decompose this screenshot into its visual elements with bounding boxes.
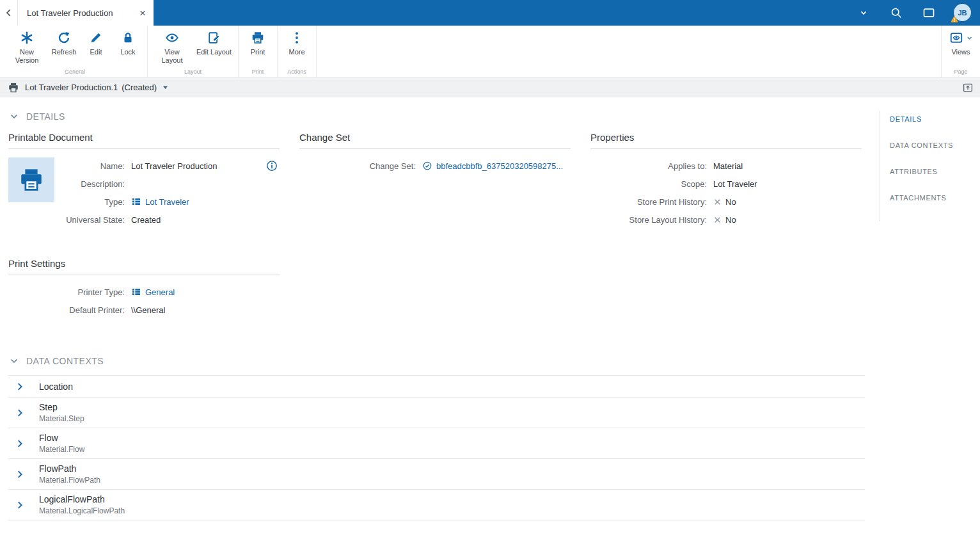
views-icon [949,30,964,45]
tab-close-icon[interactable]: × [138,8,147,19]
info-icon[interactable] [265,159,278,172]
panel-title: Change Set [299,132,571,149]
tab-lot-traveler-production[interactable]: Lot Traveler Production × [18,0,154,26]
field-value: Material [713,161,743,171]
chevron-right-icon[interactable] [14,499,26,511]
field-label: Change Set: [299,161,416,171]
chevron-down-icon [9,356,19,366]
list-item-logicalflowpath[interactable]: LogicalFlowPath Material.LogicalFlowPath [8,490,865,520]
pencil-icon [88,30,104,45]
expand-panel-icon[interactable] [962,82,974,93]
edit-button[interactable]: Edit [80,26,112,67]
field-value: Lot Traveler [713,179,757,189]
new-version-button[interactable]: New Version [6,26,48,67]
page-content: DETAILS Printable Document Name: Lot Tra… [0,97,980,539]
section-nav-attachments[interactable]: ATTACHMENTS [890,194,975,202]
item-subtitle: Material.Step [39,414,84,423]
section-nav-data-contexts[interactable]: DATA CONTEXTS [890,141,975,149]
section-nav-details[interactable]: DETAILS [890,115,975,123]
lock-button[interactable]: Lock [112,26,144,67]
chevron-right-icon[interactable] [14,469,26,480]
chevron-down-icon [9,111,19,122]
edit-layout-button[interactable]: Edit Layout [193,26,235,67]
printer-icon [250,30,265,45]
field-label: Applies to: [590,161,707,171]
list-item-flowpath[interactable]: FlowPath Material.FlowPath [8,459,865,490]
field-value: No [725,215,736,225]
button-label: New Version [9,48,45,64]
printer-type-link[interactable]: General [145,287,175,297]
entity-title[interactable]: Lot Traveler Production.1 [25,83,118,92]
field-value: \\General [131,305,165,315]
change-set-panel: Change Set Change Set: bbfeadcbbfb_63752… [299,132,571,319]
field-label: Universal State: [8,215,125,225]
toolbar-group-layout: View Layout Edit Layout Layout [148,26,239,77]
button-label: View Layout [154,48,190,64]
chevron-down-icon [966,35,973,42]
properties-panel: Properties Applies to: Material Scope: L… [590,132,862,319]
data-contexts-list: Location Step Material.Step Flow Materia… [8,375,865,520]
field-change-set: Change Set: bbfeadcbbfb_637520320598275.… [299,157,571,175]
toolbar-group-page: Views Page [941,26,980,77]
item-subtitle: Material.FlowPath [39,476,100,485]
section-nav: DETAILS DATA CONTEXTS ATTRIBUTES ATTACHM… [880,111,980,221]
toolbar-group-print: Print Print [239,26,278,77]
panel-title: Printable Document [8,132,280,149]
field-scope: Scope: Lot Traveler [590,175,862,193]
field-universal-state: Universal State: Created [8,211,280,229]
item-title: Step [39,402,84,412]
print-button[interactable]: Print [242,26,274,67]
refresh-icon [56,30,72,45]
warning-icon [950,15,959,24]
more-dots-icon [289,30,304,45]
eye-icon [164,30,180,45]
ribbon-toolbar: New Version Refresh Edit Lock G [0,26,980,78]
chevron-right-icon[interactable] [14,407,26,419]
chevron-right-icon[interactable] [14,381,26,392]
field-label: Default Printer: [8,305,125,315]
item-title: LogicalFlowPath [39,494,125,504]
feedback-icon[interactable] [921,5,937,20]
panel-title: Print Settings [8,258,280,275]
list-item-step[interactable]: Step Material.Step [8,398,865,428]
field-printer-type: Printer Type: General [8,283,280,301]
view-layout-button[interactable]: View Layout [151,26,193,67]
button-label: More [289,48,305,56]
refresh-button[interactable]: Refresh [48,26,80,67]
details-section-header[interactable]: DETAILS [9,111,873,122]
search-icon[interactable] [889,5,904,20]
toolbar-group-general: New Version Refresh Edit Lock G [3,26,148,77]
panel-title: Properties [590,132,862,149]
document-type-tile [8,157,54,202]
entity-type-icon [131,197,141,207]
top-bar: Lot Traveler Production × JB [0,0,980,26]
change-set-link[interactable]: bbfeadcbbfb_637520320598275... [436,161,563,171]
chevron-down-icon[interactable] [161,83,170,92]
printable-document-panel: Printable Document Name: Lot Traveler Pr… [8,132,280,319]
button-label: Refresh [52,48,77,56]
more-button[interactable]: More [281,26,313,67]
chevron-down-icon[interactable] [856,5,871,20]
list-item-flow[interactable]: Flow Material.Flow [8,428,865,459]
button-label: Lock [120,48,135,56]
item-title: FlowPath [39,463,100,474]
toolbar-group-actions: More Actions [278,26,317,77]
section-title: DATA CONTEXTS [26,356,104,366]
tab-scroll-back-button[interactable] [0,0,18,26]
data-contexts-section-header[interactable]: DATA CONTEXTS [9,356,873,366]
list-item-location[interactable]: Location [8,376,865,398]
chevron-right-icon[interactable] [14,438,26,449]
entity-type-icon [131,287,141,297]
user-menu[interactable]: JB [954,4,972,22]
views-button[interactable]: Views [945,26,977,67]
field-store-print-history: Store Print History: No [590,193,862,211]
item-title: Flow [39,433,84,443]
section-nav-attributes[interactable]: ATTRIBUTES [890,168,975,175]
button-label: Edit [90,48,102,56]
button-label: Print [251,48,265,56]
field-applies-to: Applies to: Material [590,157,862,175]
field-default-printer: Default Printer: \\General [8,301,280,319]
new-version-icon [19,30,35,45]
field-label: Scope: [590,179,707,189]
type-link[interactable]: Lot Traveler [145,197,189,207]
